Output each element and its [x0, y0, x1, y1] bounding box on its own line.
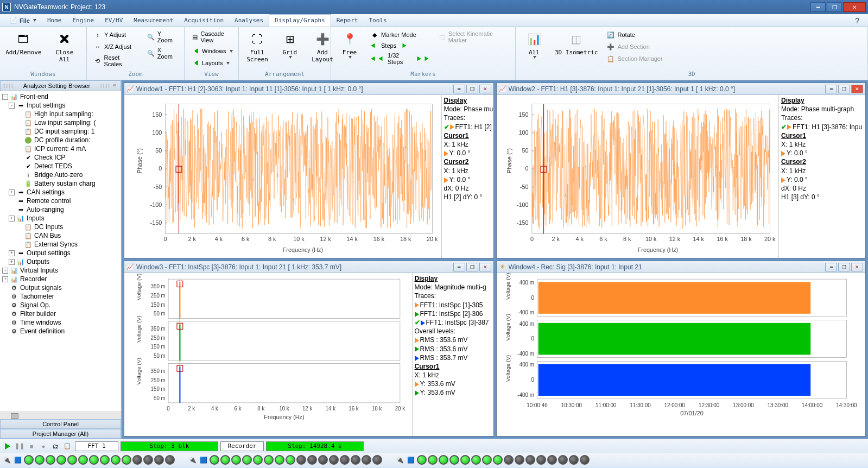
- 3d-all-button[interactable]: 📊All: [518, 28, 550, 61]
- window-minimize[interactable]: ━: [825, 263, 837, 271]
- channel-led[interactable]: [547, 455, 557, 465]
- tree-node[interactable]: 📋CAN Bus: [1, 231, 120, 240]
- channel-led[interactable]: [449, 455, 459, 465]
- steps-132-button[interactable]: 1/32 Steps: [368, 51, 432, 66]
- phase-plot-2[interactable]: -150-100-50050100150 02 k4 k6 k8 k10 k12…: [497, 95, 779, 258]
- channel-led[interactable]: [24, 455, 34, 465]
- tree-node[interactable]: +➡Output settings: [1, 249, 120, 257]
- tree-node[interactable]: 🟢DC profile duration:: [1, 136, 120, 144]
- x-zoom-button[interactable]: 🔍X Zoom: [144, 46, 180, 61]
- play-button[interactable]: [2, 441, 13, 451]
- tree-node[interactable]: ⚙Time windows: [1, 318, 120, 327]
- channel-led[interactable]: [493, 455, 503, 465]
- cascade-view-button[interactable]: ▤Cascade View: [189, 29, 235, 45]
- tree-node[interactable]: +📊Virtual Inputs: [1, 266, 120, 275]
- windows-view-button[interactable]: Windows: [189, 46, 235, 56]
- layouts-button[interactable]: Layouts: [189, 58, 235, 68]
- window-close[interactable]: ✕: [479, 263, 491, 271]
- menu-file[interactable]: 📄 File: [4, 15, 42, 26]
- tree-expander[interactable]: -: [2, 94, 8, 100]
- y-zoom-button[interactable]: 🔍Y Zoom: [144, 29, 180, 45]
- tree-node[interactable]: +📊Recorder: [1, 275, 120, 283]
- menu-report[interactable]: Report: [331, 15, 364, 26]
- tree-node[interactable]: +📊Outputs: [1, 257, 120, 266]
- scroll-thumb[interactable]: [11, 413, 18, 419]
- channel-led[interactable]: [515, 455, 524, 465]
- window-maximize[interactable]: ❐: [466, 263, 478, 271]
- tree-node[interactable]: 📋DC input sampling: 1: [1, 127, 120, 136]
- tool-button[interactable]: 📋: [62, 441, 73, 451]
- tree-expander[interactable]: -: [9, 103, 15, 109]
- rotate-button[interactable]: 🔄Rotate: [604, 29, 664, 40]
- channel-led[interactable]: [89, 455, 99, 465]
- window-maximize[interactable]: ❐: [838, 85, 850, 93]
- steps-button[interactable]: Steps: [368, 41, 432, 50]
- menu-analyses[interactable]: Analyses: [229, 15, 269, 26]
- window-close[interactable]: ✕: [851, 85, 863, 93]
- recorder-plot[interactable]: -400 m0400 mVoltage (V)-400 m0400 mVolta…: [497, 273, 866, 436]
- channel-led[interactable]: [525, 455, 535, 465]
- menu-home[interactable]: Home: [42, 15, 67, 26]
- close-button[interactable]: ✕: [843, 2, 866, 12]
- reset-scales-button[interactable]: ⟲Reset Scales: [91, 53, 140, 68]
- menu-measurement[interactable]: Measurement: [128, 15, 179, 26]
- channel-led[interactable]: [165, 455, 175, 465]
- channel-led[interactable]: [417, 455, 427, 465]
- grip-icon[interactable]: [3, 84, 14, 88]
- tree-node[interactable]: -📊Front-end: [1, 92, 120, 101]
- channel-led[interactable]: [558, 455, 568, 465]
- channel-led[interactable]: [362, 455, 371, 465]
- recorder-label[interactable]: Recorder: [220, 441, 264, 451]
- tree-node[interactable]: ➡Auto-ranging: [1, 205, 120, 214]
- channel-led[interactable]: [536, 455, 546, 465]
- tree-node[interactable]: 📋DC Inputs: [1, 223, 120, 231]
- tree-expander[interactable]: +: [9, 189, 15, 195]
- tree-node[interactable]: ⚙Signal Op.: [1, 301, 120, 309]
- tree-node[interactable]: ⚙Event definition: [1, 327, 120, 336]
- channel-led[interactable]: [220, 455, 230, 465]
- menu-acquisition[interactable]: Acquisition: [179, 15, 229, 26]
- channel-led[interactable]: [471, 455, 481, 465]
- channel-led[interactable]: [154, 455, 164, 465]
- menu-display-graphs[interactable]: Display/Graphs: [269, 14, 331, 27]
- channel-led[interactable]: [569, 455, 579, 465]
- control-panel-tab[interactable]: Control Panel: [0, 419, 121, 429]
- channel-led[interactable]: [100, 455, 110, 465]
- window-close[interactable]: ✕: [851, 263, 863, 271]
- channel-led[interactable]: [307, 455, 317, 465]
- menu-tools[interactable]: Tools: [364, 15, 392, 26]
- tree-node[interactable]: 📋Low input sampling: (: [1, 118, 120, 127]
- record-button[interactable]: ●: [38, 441, 49, 451]
- channel-led[interactable]: [329, 455, 339, 465]
- tree-node[interactable]: +📊Inputs: [1, 214, 120, 223]
- pause-button[interactable]: ❚❚: [14, 441, 25, 451]
- tree-node[interactable]: ⚙Tachometer: [1, 292, 120, 301]
- window-minimize[interactable]: ━: [453, 85, 465, 93]
- tree-expander[interactable]: +: [9, 259, 15, 265]
- free-marker-button[interactable]: 📍Free: [333, 28, 366, 61]
- tree-node[interactable]: ⚙Output signals: [1, 283, 120, 292]
- grip-icon[interactable]: [100, 84, 111, 88]
- window-maximize[interactable]: ❐: [838, 263, 850, 271]
- tree-node[interactable]: 📋High input sampling:: [1, 110, 120, 118]
- channel-led[interactable]: [210, 455, 219, 465]
- window-minimize[interactable]: ━: [453, 263, 465, 271]
- channel-led[interactable]: [428, 455, 438, 465]
- project-manager-tab[interactable]: Project Manager (All): [0, 429, 121, 439]
- channel-led[interactable]: [296, 455, 306, 465]
- tool-button[interactable]: 🗂: [50, 441, 61, 451]
- tree-node[interactable]: ✔Detect TEDS: [1, 162, 120, 170]
- spectrum-plot[interactable]: 50 m150 m250 m350 mVoltage (V)50 m150 m2…: [124, 273, 412, 436]
- channel-led[interactable]: [340, 455, 350, 465]
- menu-engine[interactable]: Engine: [67, 15, 99, 26]
- y-adjust-button[interactable]: ↕Y Adjust: [91, 29, 140, 40]
- channel-led[interactable]: [264, 455, 274, 465]
- channel-led[interactable]: [78, 455, 88, 465]
- 3d-isometric-button[interactable]: ◫3D Isometric: [550, 28, 602, 58]
- channel-led[interactable]: [35, 455, 45, 465]
- tree-expander[interactable]: +: [9, 216, 15, 222]
- channel-led[interactable]: [242, 455, 252, 465]
- channel-led[interactable]: [580, 455, 590, 465]
- channel-led[interactable]: [275, 455, 284, 465]
- channel-led[interactable]: [231, 455, 241, 465]
